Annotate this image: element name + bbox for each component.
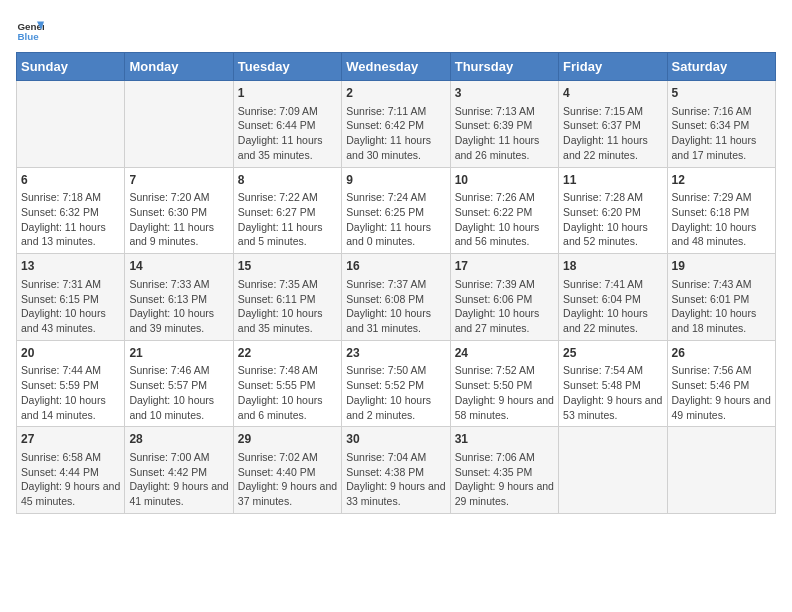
calendar-week-3: 13Sunrise: 7:31 AM Sunset: 6:15 PM Dayli…: [17, 254, 776, 341]
calendar-week-1: 1Sunrise: 7:09 AM Sunset: 6:44 PM Daylig…: [17, 81, 776, 168]
day-number: 30: [346, 431, 445, 448]
calendar-cell: 5Sunrise: 7:16 AM Sunset: 6:34 PM Daylig…: [667, 81, 775, 168]
calendar-cell: [559, 427, 667, 514]
svg-text:Blue: Blue: [17, 31, 39, 42]
day-info: Sunrise: 7:43 AM Sunset: 6:01 PM Dayligh…: [672, 277, 771, 336]
day-number: 23: [346, 345, 445, 362]
header-tuesday: Tuesday: [233, 53, 341, 81]
day-info: Sunrise: 7:50 AM Sunset: 5:52 PM Dayligh…: [346, 363, 445, 422]
day-info: Sunrise: 7:06 AM Sunset: 4:35 PM Dayligh…: [455, 450, 554, 509]
calendar-cell: 31Sunrise: 7:06 AM Sunset: 4:35 PM Dayli…: [450, 427, 558, 514]
calendar-week-2: 6Sunrise: 7:18 AM Sunset: 6:32 PM Daylig…: [17, 167, 776, 254]
calendar-cell: 17Sunrise: 7:39 AM Sunset: 6:06 PM Dayli…: [450, 254, 558, 341]
calendar-cell: 3Sunrise: 7:13 AM Sunset: 6:39 PM Daylig…: [450, 81, 558, 168]
calendar-cell: [667, 427, 775, 514]
header-saturday: Saturday: [667, 53, 775, 81]
day-number: 11: [563, 172, 662, 189]
calendar-cell: 16Sunrise: 7:37 AM Sunset: 6:08 PM Dayli…: [342, 254, 450, 341]
calendar-cell: 27Sunrise: 6:58 AM Sunset: 4:44 PM Dayli…: [17, 427, 125, 514]
day-number: 28: [129, 431, 228, 448]
day-number: 22: [238, 345, 337, 362]
day-info: Sunrise: 7:16 AM Sunset: 6:34 PM Dayligh…: [672, 104, 771, 163]
day-number: 15: [238, 258, 337, 275]
day-info: Sunrise: 7:02 AM Sunset: 4:40 PM Dayligh…: [238, 450, 337, 509]
logo-icon: General Blue: [16, 16, 44, 44]
day-info: Sunrise: 7:20 AM Sunset: 6:30 PM Dayligh…: [129, 190, 228, 249]
day-info: Sunrise: 7:09 AM Sunset: 6:44 PM Dayligh…: [238, 104, 337, 163]
day-number: 25: [563, 345, 662, 362]
header-wednesday: Wednesday: [342, 53, 450, 81]
day-info: Sunrise: 7:28 AM Sunset: 6:20 PM Dayligh…: [563, 190, 662, 249]
calendar-cell: 22Sunrise: 7:48 AM Sunset: 5:55 PM Dayli…: [233, 340, 341, 427]
day-number: 18: [563, 258, 662, 275]
calendar-cell: 15Sunrise: 7:35 AM Sunset: 6:11 PM Dayli…: [233, 254, 341, 341]
day-info: Sunrise: 7:13 AM Sunset: 6:39 PM Dayligh…: [455, 104, 554, 163]
day-number: 24: [455, 345, 554, 362]
calendar-header: Sunday Monday Tuesday Wednesday Thursday…: [17, 53, 776, 81]
day-info: Sunrise: 7:33 AM Sunset: 6:13 PM Dayligh…: [129, 277, 228, 336]
calendar-cell: [125, 81, 233, 168]
calendar-cell: 29Sunrise: 7:02 AM Sunset: 4:40 PM Dayli…: [233, 427, 341, 514]
day-info: Sunrise: 7:41 AM Sunset: 6:04 PM Dayligh…: [563, 277, 662, 336]
calendar-table: Sunday Monday Tuesday Wednesday Thursday…: [16, 52, 776, 514]
day-number: 2: [346, 85, 445, 102]
day-number: 27: [21, 431, 120, 448]
calendar-cell: 28Sunrise: 7:00 AM Sunset: 4:42 PM Dayli…: [125, 427, 233, 514]
day-info: Sunrise: 7:56 AM Sunset: 5:46 PM Dayligh…: [672, 363, 771, 422]
day-info: Sunrise: 7:11 AM Sunset: 6:42 PM Dayligh…: [346, 104, 445, 163]
calendar-cell: 20Sunrise: 7:44 AM Sunset: 5:59 PM Dayli…: [17, 340, 125, 427]
day-number: 20: [21, 345, 120, 362]
day-info: Sunrise: 7:46 AM Sunset: 5:57 PM Dayligh…: [129, 363, 228, 422]
header-sunday: Sunday: [17, 53, 125, 81]
calendar-cell: 18Sunrise: 7:41 AM Sunset: 6:04 PM Dayli…: [559, 254, 667, 341]
calendar-cell: 19Sunrise: 7:43 AM Sunset: 6:01 PM Dayli…: [667, 254, 775, 341]
calendar-cell: 10Sunrise: 7:26 AM Sunset: 6:22 PM Dayli…: [450, 167, 558, 254]
calendar-cell: [17, 81, 125, 168]
calendar-week-5: 27Sunrise: 6:58 AM Sunset: 4:44 PM Dayli…: [17, 427, 776, 514]
day-number: 26: [672, 345, 771, 362]
calendar-cell: 13Sunrise: 7:31 AM Sunset: 6:15 PM Dayli…: [17, 254, 125, 341]
logo: General Blue: [16, 16, 48, 44]
day-info: Sunrise: 7:15 AM Sunset: 6:37 PM Dayligh…: [563, 104, 662, 163]
day-number: 29: [238, 431, 337, 448]
day-info: Sunrise: 7:26 AM Sunset: 6:22 PM Dayligh…: [455, 190, 554, 249]
calendar-cell: 24Sunrise: 7:52 AM Sunset: 5:50 PM Dayli…: [450, 340, 558, 427]
calendar-cell: 8Sunrise: 7:22 AM Sunset: 6:27 PM Daylig…: [233, 167, 341, 254]
calendar-cell: 14Sunrise: 7:33 AM Sunset: 6:13 PM Dayli…: [125, 254, 233, 341]
day-info: Sunrise: 7:31 AM Sunset: 6:15 PM Dayligh…: [21, 277, 120, 336]
day-info: Sunrise: 7:29 AM Sunset: 6:18 PM Dayligh…: [672, 190, 771, 249]
day-number: 17: [455, 258, 554, 275]
calendar-cell: 30Sunrise: 7:04 AM Sunset: 4:38 PM Dayli…: [342, 427, 450, 514]
day-number: 14: [129, 258, 228, 275]
day-info: Sunrise: 7:54 AM Sunset: 5:48 PM Dayligh…: [563, 363, 662, 422]
day-info: Sunrise: 7:18 AM Sunset: 6:32 PM Dayligh…: [21, 190, 120, 249]
day-number: 19: [672, 258, 771, 275]
calendar-cell: 2Sunrise: 7:11 AM Sunset: 6:42 PM Daylig…: [342, 81, 450, 168]
header-thursday: Thursday: [450, 53, 558, 81]
calendar-cell: 23Sunrise: 7:50 AM Sunset: 5:52 PM Dayli…: [342, 340, 450, 427]
calendar-cell: 25Sunrise: 7:54 AM Sunset: 5:48 PM Dayli…: [559, 340, 667, 427]
day-info: Sunrise: 7:39 AM Sunset: 6:06 PM Dayligh…: [455, 277, 554, 336]
calendar-cell: 7Sunrise: 7:20 AM Sunset: 6:30 PM Daylig…: [125, 167, 233, 254]
calendar-cell: 26Sunrise: 7:56 AM Sunset: 5:46 PM Dayli…: [667, 340, 775, 427]
day-info: Sunrise: 7:24 AM Sunset: 6:25 PM Dayligh…: [346, 190, 445, 249]
calendar-cell: 12Sunrise: 7:29 AM Sunset: 6:18 PM Dayli…: [667, 167, 775, 254]
day-number: 5: [672, 85, 771, 102]
calendar-cell: 6Sunrise: 7:18 AM Sunset: 6:32 PM Daylig…: [17, 167, 125, 254]
calendar-cell: 21Sunrise: 7:46 AM Sunset: 5:57 PM Dayli…: [125, 340, 233, 427]
calendar-cell: 4Sunrise: 7:15 AM Sunset: 6:37 PM Daylig…: [559, 81, 667, 168]
day-number: 12: [672, 172, 771, 189]
day-info: Sunrise: 6:58 AM Sunset: 4:44 PM Dayligh…: [21, 450, 120, 509]
header-friday: Friday: [559, 53, 667, 81]
calendar-cell: 9Sunrise: 7:24 AM Sunset: 6:25 PM Daylig…: [342, 167, 450, 254]
day-number: 9: [346, 172, 445, 189]
calendar-cell: 11Sunrise: 7:28 AM Sunset: 6:20 PM Dayli…: [559, 167, 667, 254]
calendar-body: 1Sunrise: 7:09 AM Sunset: 6:44 PM Daylig…: [17, 81, 776, 514]
day-number: 6: [21, 172, 120, 189]
calendar-cell: 1Sunrise: 7:09 AM Sunset: 6:44 PM Daylig…: [233, 81, 341, 168]
header: General Blue: [16, 16, 776, 44]
day-number: 10: [455, 172, 554, 189]
day-number: 8: [238, 172, 337, 189]
day-info: Sunrise: 7:00 AM Sunset: 4:42 PM Dayligh…: [129, 450, 228, 509]
day-number: 4: [563, 85, 662, 102]
